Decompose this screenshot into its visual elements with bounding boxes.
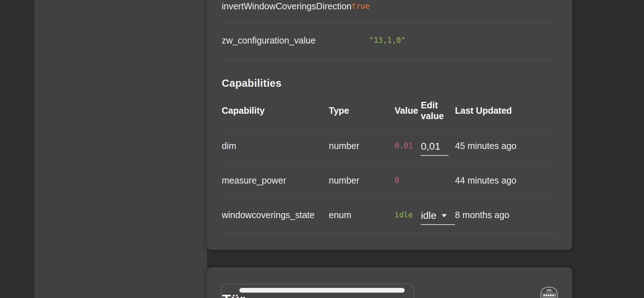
setting-label: invertWindowCoveringsDirection xyxy=(222,1,351,12)
last-updated-cell: 45 minutes ago xyxy=(455,141,516,151)
divider xyxy=(222,232,557,233)
last-updated-cell: 44 minutes ago xyxy=(455,175,516,186)
select-current-value: idle xyxy=(421,210,437,221)
column-header-type: Type xyxy=(329,96,349,125)
svg-text:FIBARO: FIBARO xyxy=(546,291,553,293)
screen: invertWindowCoveringsDirection true zw_c… xyxy=(0,0,644,298)
divider xyxy=(222,60,557,60)
capability-name-cell: measure_power xyxy=(222,175,286,186)
next-device-card: Tür FIBARO xyxy=(207,267,572,298)
fibaro-roller-shutter-module-icon: FIBARO xyxy=(540,286,558,298)
setting-value: "13,1,0" xyxy=(369,36,405,45)
left-nav-rail xyxy=(0,0,34,298)
divider xyxy=(222,198,557,198)
capability-type-cell: number xyxy=(329,175,359,186)
setting-value: true xyxy=(351,2,370,10)
capability-value-cell: 0 xyxy=(395,176,399,185)
column-header-last-updated: Last Updated xyxy=(455,96,512,125)
capability-value-cell: 0.01 xyxy=(395,141,413,150)
divider xyxy=(222,130,557,130)
last-updated-cell: 8 months ago xyxy=(455,210,510,220)
capability-name-cell: dim xyxy=(222,141,236,151)
capability-value-cell: idle xyxy=(395,211,413,219)
setting-row: invertWindowCoveringsDirection true xyxy=(207,0,572,14)
setting-label: zw_configuration_value xyxy=(222,35,316,46)
divider xyxy=(222,163,557,164)
device-title: Tür xyxy=(222,292,245,298)
setting-row: zw_configuration_value "13,1,0" xyxy=(207,32,572,48)
edit-value-select[interactable]: idle xyxy=(421,210,455,225)
capability-name-cell: windowcoverings_state xyxy=(222,210,314,220)
capabilities-section-title: Capabilities xyxy=(222,75,281,91)
table-row-windowcoverings-state: windowcoverings_state enum idle idle 8 m… xyxy=(207,204,572,225)
edit-value-input[interactable] xyxy=(421,141,448,156)
column-header-capability: Capability xyxy=(222,96,264,125)
column-header-value: Value xyxy=(395,96,418,125)
column-header-edit-value: Edit value xyxy=(421,96,450,125)
table-row-measure-power: measure_power number 0 44 minutes ago xyxy=(207,172,572,188)
divider xyxy=(222,23,557,24)
progress-bar xyxy=(239,288,405,293)
device-details-card: invertWindowCoveringsDirection true zw_c… xyxy=(207,0,572,250)
capability-type-cell: enum xyxy=(329,210,351,220)
device-list-panel xyxy=(34,0,207,298)
table-row-dim: dim number 0.01 45 minutes ago xyxy=(207,135,572,156)
capability-type-cell: number xyxy=(329,141,359,151)
capabilities-table-header: Capability Type Value Edit value Last Up… xyxy=(207,96,572,125)
chevron-down-icon xyxy=(442,214,447,220)
